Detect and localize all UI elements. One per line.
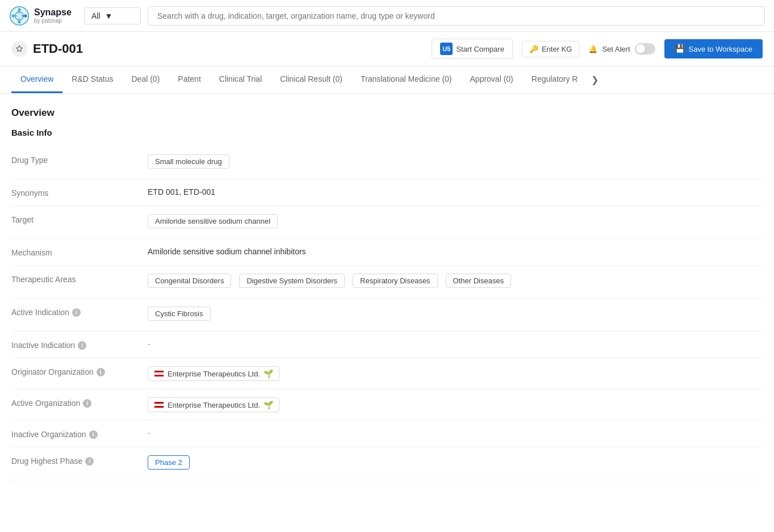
- active-indication-row: Active Indication i Cystic Fibrosis: [11, 299, 763, 332]
- active-org-sprout-icon: 🌱: [263, 400, 273, 409]
- logo-synapse-label: Synapse: [34, 7, 72, 18]
- drug-type-value: Small molecule drug: [148, 154, 763, 171]
- therapeutic-tag-respiratory[interactable]: Respiratory Diseases: [353, 274, 438, 288]
- top-nav: Synapse by patsnap All ▼: [0, 0, 774, 32]
- search-type-label: All: [91, 11, 101, 20]
- drug-header: ETD-001 U5 Start Compare 🔑 Enter KG 🔔 Se…: [0, 32, 774, 66]
- originator-org-tag[interactable]: Enterprise Therapeutics Ltd. 🌱: [148, 366, 279, 381]
- logo-bypatsnap-label: by patsnap: [34, 18, 72, 24]
- active-indication-label-inner: Active Indication i: [11, 308, 148, 317]
- tab-translational-medicine[interactable]: Translational Medicine (0): [352, 66, 461, 93]
- drug-name-title: ETD-001: [33, 41, 83, 56]
- target-tag[interactable]: Amiloride sensitive sodium channel: [148, 214, 278, 228]
- set-alert-area: 🔔 Set Alert: [588, 43, 655, 55]
- org-flag-icon: [154, 370, 164, 377]
- active-indication-tag[interactable]: Cystic Fibrosis: [148, 307, 211, 321]
- originator-org-info-icon[interactable]: i: [97, 368, 105, 376]
- inactive-org-row: Inactive Organization i -: [11, 421, 763, 447]
- logo-text: Synapse by patsnap: [34, 7, 72, 24]
- save-icon: 💾: [675, 44, 685, 54]
- dropdown-chevron-icon: ▼: [105, 11, 113, 20]
- save-workspace-button[interactable]: 💾 Save to Workspace: [664, 39, 763, 58]
- tab-regulatory[interactable]: Regulatory R: [522, 66, 587, 93]
- svg-point-3: [18, 20, 20, 23]
- therapeutic-tag-digestive[interactable]: Digestive System Disorders: [239, 274, 345, 288]
- drug-highest-phase-label-inner: Drug Highest Phase i: [11, 456, 148, 466]
- kg-icon: 🔑: [529, 45, 538, 53]
- originator-org-label-inner: Originator Organization i: [11, 367, 148, 376]
- tab-clinical-result[interactable]: Clinical Result (0): [271, 66, 352, 93]
- overview-section-title: Overview: [11, 107, 763, 119]
- target-row: Target Amiloride sensitive sodium channe…: [11, 206, 763, 239]
- tab-clinical-trial[interactable]: Clinical Trial: [210, 66, 271, 93]
- drug-type-tag[interactable]: Small molecule drug: [148, 154, 229, 169]
- therapeutic-tag-other[interactable]: Other Diseases: [446, 274, 512, 288]
- drug-name-area: ETD-001: [11, 41, 422, 57]
- synonyms-value: ETD 001, ETD-001: [148, 187, 763, 196]
- active-org-row: Active Organization i Enterprise Therape…: [11, 389, 763, 421]
- set-alert-toggle[interactable]: [635, 43, 655, 55]
- org-sprout-icon: 🌱: [263, 369, 273, 378]
- search-type-dropdown[interactable]: All ▼: [84, 7, 141, 24]
- tab-overview[interactable]: Overview: [11, 66, 62, 93]
- active-org-flag-icon: [154, 401, 164, 408]
- synapse-logo-icon: [9, 6, 30, 26]
- inactive-indication-label: Inactive Indication i: [11, 340, 148, 350]
- basic-info-title: Basic Info: [11, 128, 763, 137]
- save-workspace-label: Save to Workspace: [689, 45, 752, 53]
- drug-highest-phase-row: Drug Highest Phase i Phase 2: [11, 447, 763, 480]
- synonyms-row: Synonyms ETD 001, ETD-001: [11, 179, 763, 206]
- tab-rd-status[interactable]: R&D Status: [62, 66, 122, 93]
- mechanism-label: Mechanism: [11, 247, 148, 257]
- active-indication-label: Active Indication i: [11, 307, 148, 317]
- drug-highest-phase-tag[interactable]: Phase 2: [148, 455, 190, 470]
- header-actions: U5 Start Compare 🔑 Enter KG 🔔 Set Alert …: [432, 39, 763, 59]
- active-org-info-icon[interactable]: i: [83, 399, 91, 408]
- inactive-org-info-icon[interactable]: i: [89, 430, 98, 439]
- active-org-value: Enterprise Therapeutics Ltd. 🌱: [148, 397, 763, 412]
- inactive-org-label-inner: Inactive Organization i: [11, 430, 148, 439]
- target-label: Target: [11, 214, 148, 224]
- synonyms-label: Synonyms: [11, 187, 148, 198]
- active-org-tag[interactable]: Enterprise Therapeutics Ltd. 🌱: [148, 397, 279, 412]
- tab-deal[interactable]: Deal (0): [123, 66, 169, 93]
- therapeutic-areas-row: Therapeutic Areas Congenital Disorders D…: [11, 266, 763, 299]
- originator-org-value: Enterprise Therapeutics Ltd. 🌱: [148, 366, 763, 381]
- enter-kg-label: Enter KG: [542, 45, 572, 53]
- inactive-org-label: Inactive Organization i: [11, 429, 148, 439]
- drug-type-row: Drug Type Small molecule drug: [11, 146, 763, 179]
- therapeutic-tag-congenital[interactable]: Congenital Disorders: [148, 274, 231, 288]
- active-indication-info-icon[interactable]: i: [72, 308, 81, 317]
- target-value: Amiloride sensitive sodium channel: [148, 214, 763, 231]
- svg-point-5: [24, 14, 27, 17]
- therapeutic-areas-value: Congenital Disorders Digestive System Di…: [148, 274, 763, 290]
- set-alert-label: Set Alert: [602, 45, 630, 53]
- mechanism-row: Mechanism Amiloride sensitive sodium cha…: [11, 239, 763, 266]
- inactive-indication-label-inner: Inactive Indication i: [11, 341, 148, 350]
- drug-type-label: Drug Type: [11, 154, 148, 165]
- alert-icon: 🔔: [588, 45, 597, 53]
- pin-icon: [11, 41, 27, 57]
- inactive-indication-row: Inactive Indication i -: [11, 332, 763, 358]
- drug-highest-phase-label: Drug Highest Phase i: [11, 455, 148, 466]
- enter-kg-button[interactable]: 🔑 Enter KG: [522, 41, 579, 57]
- originator-org-row: Originator Organization i Enterprise The…: [11, 358, 763, 389]
- inactive-indication-value: -: [148, 340, 763, 349]
- active-org-label: Active Organization i: [11, 397, 148, 408]
- tab-patent[interactable]: Patent: [169, 66, 210, 93]
- drug-highest-phase-info-icon[interactable]: i: [85, 457, 94, 466]
- therapeutic-areas-label: Therapeutic Areas: [11, 274, 148, 284]
- active-org-label-inner: Active Organization i: [11, 399, 148, 408]
- toggle-knob: [636, 44, 645, 53]
- inactive-indication-info-icon[interactable]: i: [78, 341, 86, 350]
- start-compare-button[interactable]: U5 Start Compare: [432, 39, 513, 59]
- tabs-bar: Overview R&D Status Deal (0) Patent Clin…: [0, 66, 774, 94]
- u5-badge: U5: [440, 43, 453, 55]
- tabs-more-icon[interactable]: ❯: [587, 66, 603, 93]
- active-indication-value: Cystic Fibrosis: [148, 307, 763, 323]
- search-input[interactable]: [148, 6, 765, 26]
- tab-approval[interactable]: Approval (0): [461, 66, 522, 93]
- originator-org-label: Originator Organization i: [11, 366, 148, 376]
- main-content: Overview Basic Info Drug Type Small mole…: [0, 94, 774, 494]
- svg-point-2: [18, 8, 20, 11]
